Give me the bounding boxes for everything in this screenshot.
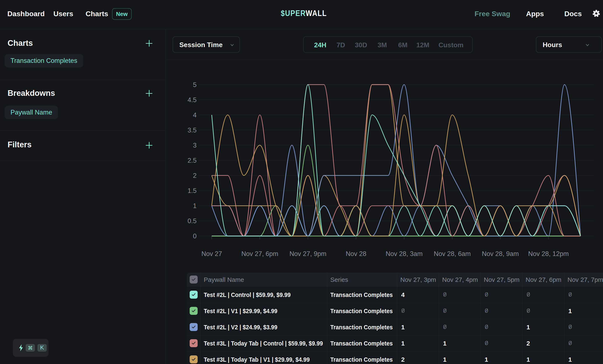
svg-text:1.5: 1.5 [187,187,197,194]
svg-text:0.5: 0.5 [187,217,197,225]
svg-text:1: 1 [193,202,197,210]
svg-text:2: 2 [193,172,197,179]
svg-text:Nov 27: Nov 27 [201,250,222,257]
svg-text:Nov 28, 9am: Nov 28, 9am [482,250,519,257]
svg-text:4.5: 4.5 [187,96,197,104]
svg-text:4: 4 [193,111,197,119]
svg-text:3: 3 [193,142,197,149]
svg-text:2.5: 2.5 [187,157,197,164]
svg-text:5: 5 [193,81,197,89]
svg-text:Nov 28: Nov 28 [346,250,366,257]
svg-text:Nov 28, 6am: Nov 28, 6am [434,250,471,257]
svg-text:3.5: 3.5 [187,126,197,134]
svg-text:Nov 27, 9pm: Nov 27, 9pm [290,250,326,257]
svg-text:0: 0 [193,232,197,240]
svg-text:Nov 28, 12pm: Nov 28, 12pm [528,250,569,257]
svg-text:Nov 27, 6pm: Nov 27, 6pm [241,250,278,257]
svg-text:Nov 28, 3am: Nov 28, 3am [386,250,423,257]
